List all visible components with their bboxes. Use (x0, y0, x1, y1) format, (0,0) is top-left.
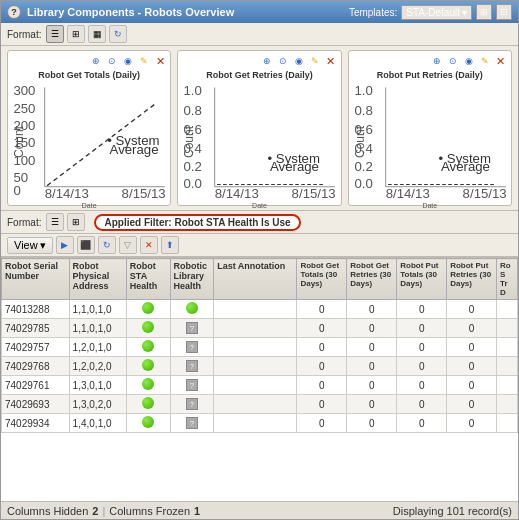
lib-health-gray-icon: ? (186, 379, 198, 391)
cell-extra (497, 300, 518, 319)
table-row[interactable]: 74029768 1,2,0,2,0 ? 0 0 0 0 (2, 357, 518, 376)
refresh-btn2[interactable]: ↻ (98, 236, 116, 254)
cell-extra (497, 376, 518, 395)
svg-text:8/14/13: 8/14/13 (45, 187, 89, 200)
chart-get-totals: ⊕ ⊙ ◉ ✎ ✕ Robot Get Totals (Daily) 300 2… (7, 50, 171, 206)
svg-text:50: 50 (13, 172, 28, 185)
col-get-tot[interactable]: Robot Get Totals (30 Days) (297, 259, 347, 300)
svg-text:0.2: 0.2 (354, 161, 372, 174)
cell-get-ret: 0 (347, 376, 397, 395)
columns-hidden-label: Columns Hidden (7, 505, 88, 517)
col-annotation[interactable]: Last Annotation (214, 259, 297, 300)
lib-health-green-icon (186, 302, 198, 314)
health-green-icon (142, 378, 154, 390)
cell-serial: 74029768 (2, 357, 70, 376)
cell-annotation (214, 300, 297, 319)
table-row[interactable]: 74029934 1,4,0,1,0 ? 0 0 0 0 (2, 414, 518, 433)
format-list-btn[interactable]: ☰ (46, 25, 64, 43)
template-value: STA-Default (406, 7, 460, 18)
col-extra[interactable]: Ro S Tr D (497, 259, 518, 300)
clear-filter-btn[interactable]: ✕ (140, 236, 158, 254)
col-put-ret[interactable]: Robot Put Retries (30 Days) (447, 259, 497, 300)
table-row[interactable]: 74029761 1,3,0,1,0 ? 0 0 0 0 (2, 376, 518, 395)
chart1-icon4[interactable]: ✎ (137, 54, 151, 68)
format-detail-btn[interactable]: ▦ (88, 25, 106, 43)
cell-serial: 74029757 (2, 338, 70, 357)
col-put-tot[interactable]: Robot Put Totals (30 Days) (397, 259, 447, 300)
chart1-toolbar: ⊕ ⊙ ◉ ✎ ✕ (11, 54, 167, 68)
health-green-icon (142, 397, 154, 409)
svg-text:0.8: 0.8 (184, 104, 202, 117)
cell-annotation (214, 319, 297, 338)
cell-put-tot: 0 (397, 395, 447, 414)
svg-text:Average: Average (270, 161, 319, 174)
template-dropdown[interactable]: STA-Default ▾ (401, 5, 472, 20)
chart1-icon3[interactable]: ◉ (121, 54, 135, 68)
format-refresh-btn[interactable]: ↻ (109, 25, 127, 43)
data-table: Robot Serial Number Robot Physical Addre… (1, 258, 518, 433)
col-sta-health[interactable]: Robot STA Health (126, 259, 170, 300)
play-btn[interactable]: ▶ (56, 236, 74, 254)
chart2-close-icon[interactable]: ✕ (324, 54, 338, 68)
list-view-btn[interactable]: ☰ (46, 213, 64, 231)
col-get-ret[interactable]: Robot Get Retries (30 Days) (347, 259, 397, 300)
chart2-icon2[interactable]: ⊙ (276, 54, 290, 68)
displaying-label: Displaying 101 record(s) (393, 505, 512, 517)
chart1-close-icon[interactable]: ✕ (153, 54, 167, 68)
table-row[interactable]: 74029693 1,3,0,2,0 ? 0 0 0 0 (2, 395, 518, 414)
chart1-title: Robot Get Totals (Daily) (11, 70, 167, 80)
health-green-icon (142, 321, 154, 333)
chart3-icon3[interactable]: ◉ (462, 54, 476, 68)
cell-lib: ? (170, 376, 214, 395)
svg-text:Count: Count (182, 126, 197, 158)
col-serial[interactable]: Robot Serial Number (2, 259, 70, 300)
chart3-icon4[interactable]: ✎ (478, 54, 492, 68)
cell-get-ret: 0 (347, 357, 397, 376)
stop-btn[interactable]: ⬛ (77, 236, 95, 254)
help-icon[interactable]: ? (7, 5, 21, 19)
title-controls: Templates: STA-Default ▾ ⊞ ⊟ (349, 4, 512, 20)
table-row[interactable]: 74029757 1,2,0,1,0 ? 0 0 0 0 (2, 338, 518, 357)
chart3-icon2[interactable]: ⊙ (446, 54, 460, 68)
chart2-icon3[interactable]: ◉ (292, 54, 306, 68)
chart2-icon1[interactable]: ⊕ (260, 54, 274, 68)
col-address[interactable]: Robot Physical Address (69, 259, 126, 300)
grid-btn-2[interactable]: ⊟ (496, 4, 512, 20)
filter-badge: Applied Filter: Robot STA Health Is Use (94, 214, 300, 231)
cell-lib: ? (170, 319, 214, 338)
cell-lib (170, 300, 214, 319)
window-title: Library Components - Robots Overview (27, 6, 234, 18)
grid-btn-1[interactable]: ⊞ (476, 4, 492, 20)
filter-badge-wrap: Applied Filter: Robot STA Health Is Use (94, 216, 300, 228)
svg-text:8/14/13: 8/14/13 (385, 187, 429, 200)
svg-text:1.0: 1.0 (184, 85, 202, 98)
chart1-icon1[interactable]: ⊕ (89, 54, 103, 68)
format-grid-btn[interactable]: ⊞ (67, 25, 85, 43)
svg-text:300: 300 (13, 85, 35, 98)
view-label: View (14, 239, 38, 251)
cell-get-ret: 0 (347, 414, 397, 433)
table-row[interactable]: 74013288 1,1,0,1,0 0 0 0 0 (2, 300, 518, 319)
chevron-down-icon: ▾ (462, 7, 467, 18)
grid-view-btn[interactable]: ⊞ (67, 213, 85, 231)
chart1-icon2[interactable]: ⊙ (105, 54, 119, 68)
view-toolbar: View ▾ ▶ ⬛ ↻ ▽ ✕ ⬆ (1, 234, 518, 257)
cell-lib: ? (170, 338, 214, 357)
table-row[interactable]: 74029785 1,1,0,1,0 ? 0 0 0 0 (2, 319, 518, 338)
cell-get-tot: 0 (297, 414, 347, 433)
chart3-icon1[interactable]: ⊕ (430, 54, 444, 68)
export-btn[interactable]: ⬆ (161, 236, 179, 254)
chart2-icon4[interactable]: ✎ (308, 54, 322, 68)
chart3-close-icon[interactable]: ✕ (494, 54, 508, 68)
filter-btn[interactable]: ▽ (119, 236, 137, 254)
svg-text:8/15/13: 8/15/13 (462, 187, 506, 200)
view-dropdown-btn[interactable]: View ▾ (7, 237, 53, 254)
cell-lib: ? (170, 395, 214, 414)
cell-sta (126, 414, 170, 433)
lib-health-gray-icon: ? (186, 360, 198, 372)
main-window: ? Library Components - Robots Overview T… (0, 0, 519, 520)
col-lib-health[interactable]: Robotic Library Health (170, 259, 214, 300)
cell-put-tot: 0 (397, 357, 447, 376)
format-label: Format: (7, 29, 41, 40)
cell-put-ret: 0 (447, 300, 497, 319)
